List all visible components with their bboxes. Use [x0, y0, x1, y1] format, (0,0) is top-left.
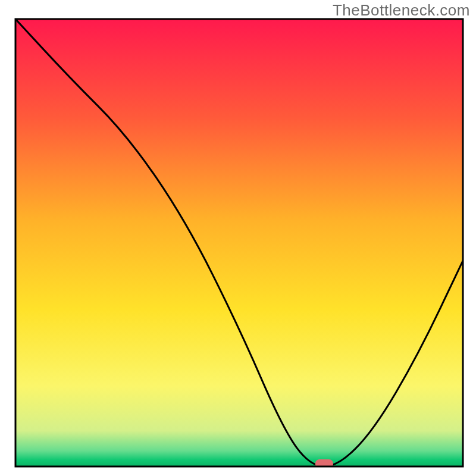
chart-container: TheBottleneck.com	[0, 0, 476, 476]
watermark-text: TheBottleneck.com	[333, 1, 470, 20]
bottleneck-curve-chart	[0, 0, 476, 476]
gradient-background	[15, 19, 463, 466]
